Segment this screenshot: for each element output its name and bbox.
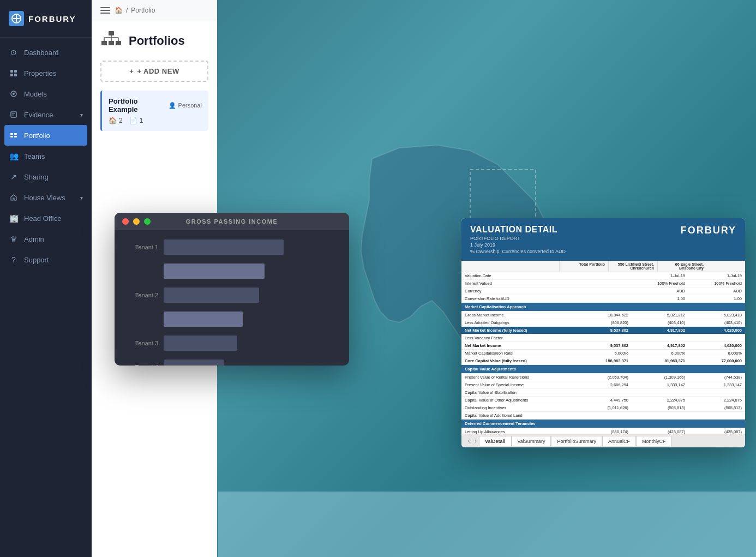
properties-stat: 🏠 2 [109, 117, 123, 124]
property-icon: 🏠 [109, 117, 117, 124]
sidebar-item-portfolio[interactable]: Portfolio [4, 125, 87, 146]
tenant4-label: Tenant 4 [125, 364, 158, 366]
page-title: Portfolios [129, 34, 185, 48]
chart-row-tenant1: Tenant 1 [125, 239, 338, 255]
svg-rect-20 [109, 41, 114, 45]
add-new-button[interactable]: + + ADD NEW [100, 61, 208, 82]
report-content: Valuation Date 1-Jul-19 1-Jul-19 Interes… [461, 272, 745, 436]
report-col-headers: Total Portfolio 550 Lichfield Street, Ch… [461, 261, 745, 272]
window-close-dot[interactable] [122, 218, 129, 225]
sidebar-item-label: Support [24, 256, 49, 264]
bar-mid [164, 263, 265, 279]
sidebar-logo: FORBURY [0, 0, 92, 38]
portfolio-item[interactable]: Portfolio Example 👤 Personal 🏠 2 📄 1 [100, 91, 208, 131]
svg-rect-18 [109, 31, 114, 35]
svg-rect-6 [14, 70, 17, 73]
portfolio-name: Portfolio Example [109, 97, 169, 113]
tenant2-bars [164, 287, 338, 303]
sidebar-item-head-office[interactable]: 🏢 Head Office [0, 208, 92, 229]
hamburger-menu-icon[interactable] [100, 7, 110, 14]
excel-tabs: ‹ › ValDetailValSummaryPortfolioSummaryA… [461, 434, 745, 447]
sidebar-item-evidence[interactable]: Evidence ▾ [0, 104, 92, 125]
excel-tab-valsummary[interactable]: ValSummary [512, 436, 551, 446]
bar-dark-4 [164, 360, 224, 366]
sharing-icon: ↗ [9, 172, 19, 182]
panel-header: 🏠 / Portfolio [92, 0, 217, 21]
excel-tab-valdetail[interactable]: ValDetail [479, 436, 512, 446]
sidebar-item-properties[interactable]: Properties [0, 63, 92, 83]
portfolio-badge-label: Personal [178, 102, 202, 109]
sidebar-item-models[interactable]: Models [0, 83, 92, 104]
tenant1-bars [164, 239, 338, 255]
tab-prev-icon[interactable]: ‹ [466, 437, 472, 445]
window-maximize-dot[interactable] [144, 218, 151, 225]
models-stat: 📄 1 [129, 117, 143, 124]
panel-title-area: Portfolios [92, 21, 217, 56]
excel-tab-portfoliosummary[interactable]: PortfolioSummary [551, 436, 602, 446]
house-views-chevron-icon: ▾ [80, 195, 83, 201]
chart-title: GROSS PASSING INCOME [186, 218, 278, 225]
excel-report-window: VALUATION DETAIL PORTFOLIO REPORT 1 July… [461, 218, 745, 447]
report-subtitle2: 1 July 2019 [470, 242, 566, 248]
sidebar-navigation: ⊙ Dashboard Properties Models [0, 38, 92, 557]
svg-rect-21 [116, 41, 121, 45]
tenant1-sub-bars [164, 263, 338, 279]
breadcrumb-separator: / [126, 7, 128, 14]
properties-count: 2 [119, 117, 123, 124]
col-header-blank [461, 261, 560, 272]
sidebar-item-label: House Views [24, 194, 65, 202]
logo-icon [9, 11, 24, 26]
chart-row-tenant2-sub [125, 311, 338, 327]
models-icon: 📄 [129, 117, 137, 124]
dashboard-icon: ⊙ [9, 47, 19, 57]
breadcrumb: 🏠 / Portfolio [115, 7, 155, 14]
svg-rect-8 [14, 74, 17, 76]
excel-tab-monthlycf[interactable]: MonthlyCF [636, 436, 672, 446]
col-header-prop2: 66 Eagle Street, Brisbane City [658, 261, 707, 272]
svg-rect-7 [10, 74, 13, 76]
portfolio-stats: 🏠 2 📄 1 [109, 117, 202, 124]
sidebar-item-sharing[interactable]: ↗ Sharing [0, 166, 92, 187]
svg-rect-5 [10, 70, 13, 73]
sidebar-item-admin[interactable]: ♛ Admin [0, 229, 92, 249]
excel-tab-annualcf[interactable]: AnnualCF [602, 436, 636, 446]
tenant2-sub-bars [164, 311, 338, 327]
sidebar-item-label: Dashboard [24, 49, 59, 57]
svg-rect-19 [101, 41, 107, 45]
tenant4-bars [164, 359, 338, 366]
chart-row-tenant2: Tenant 2 [125, 287, 338, 303]
sidebar-item-teams[interactable]: 👥 Teams [0, 146, 92, 166]
svg-rect-14 [10, 133, 13, 135]
sidebar-item-label: Models [24, 90, 47, 98]
col-header-prop1: 550 Lichfield Street, Christchurch [609, 261, 658, 272]
bar-mid-2 [164, 312, 243, 327]
tenant2-label: Tenant 2 [125, 292, 158, 298]
svg-rect-11 [11, 112, 16, 117]
report-header: VALUATION DETAIL PORTFOLIO REPORT 1 July… [461, 218, 745, 261]
logo-text: FORBURY [28, 14, 76, 23]
evidence-chevron-icon: ▾ [80, 112, 83, 118]
sidebar-item-support[interactable]: ? Support [0, 249, 92, 270]
sidebar-item-label: Sharing [24, 173, 49, 181]
personal-icon: 👤 [169, 102, 176, 109]
portfolio-icon [9, 130, 19, 140]
tab-next-icon[interactable]: › [472, 437, 479, 445]
evidence-icon [9, 110, 19, 119]
tenant3-label: Tenant 3 [125, 340, 158, 346]
models-count: 1 [140, 117, 143, 124]
home-icon[interactable]: 🏠 [115, 7, 123, 14]
sidebar-item-dashboard[interactable]: ⊙ Dashboard [0, 42, 92, 63]
tenant1-label: Tenant 1 [125, 244, 158, 250]
bar-dark-3 [164, 336, 237, 351]
col-header-total: Total Portfolio [560, 261, 609, 272]
teams-icon: 👥 [9, 151, 19, 161]
chart-window: GROSS PASSING INCOME Tenant 1 Tenant 2 [115, 213, 349, 366]
svg-rect-17 [14, 136, 17, 137]
svg-point-10 [13, 93, 15, 95]
chart-row-tenant1-sub [125, 263, 338, 279]
sidebar-item-house-views[interactable]: House Views ▾ [0, 187, 92, 208]
report-table: Valuation Date 1-Jul-19 1-Jul-19 Interes… [461, 272, 745, 436]
sidebar-item-label: Head Office [24, 214, 61, 223]
report-title-area: VALUATION DETAIL PORTFOLIO REPORT 1 July… [470, 225, 566, 254]
window-minimize-dot[interactable] [133, 218, 140, 225]
